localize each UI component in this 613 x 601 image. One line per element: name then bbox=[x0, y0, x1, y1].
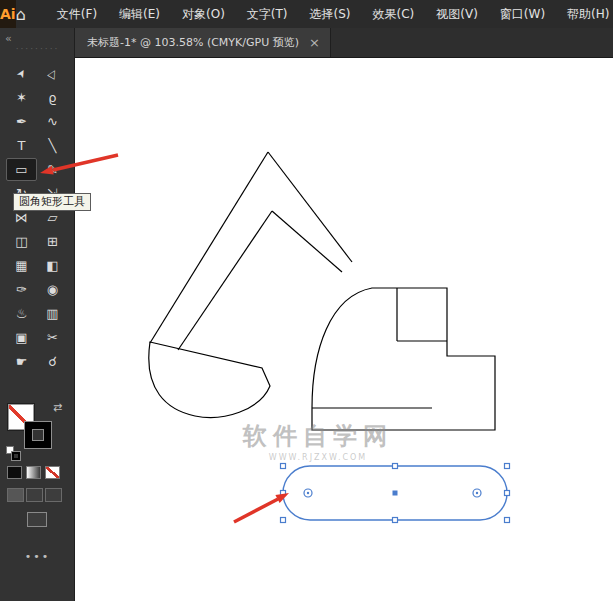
menu-help[interactable]: 帮助(H) bbox=[556, 0, 613, 28]
bucket-shape[interactable] bbox=[149, 342, 270, 418]
pen-icon: ✒ bbox=[16, 114, 27, 129]
tab-close-icon[interactable]: × bbox=[309, 35, 320, 50]
column-graph-tool[interactable]: ▥ bbox=[37, 302, 68, 325]
direct-selection-tool[interactable]: ▷ bbox=[37, 62, 68, 85]
rectangle-icon: ▭ bbox=[15, 162, 27, 177]
boom-outer-left[interactable] bbox=[150, 152, 268, 343]
tab-title: 未标题-1* @ 103.58% (CMYK/GPU 预览) bbox=[87, 35, 299, 50]
free-transform-icon: ▱ bbox=[48, 210, 58, 225]
selection-tool[interactable]: ➤ bbox=[6, 62, 37, 85]
default-fill-stroke-icon[interactable] bbox=[6, 446, 24, 462]
pencil-icon: ✎ bbox=[47, 162, 58, 177]
document-tab-bar: 未标题-1* @ 103.58% (CMYK/GPU 预览) × bbox=[75, 28, 613, 58]
zoom-tool[interactable]: ☌ bbox=[37, 350, 68, 373]
menu-edit[interactable]: 编辑(E) bbox=[108, 0, 171, 28]
screen-mode-button[interactable] bbox=[27, 512, 47, 527]
menu-view[interactable]: 视图(V) bbox=[425, 0, 489, 28]
mesh-icon: ▦ bbox=[15, 258, 27, 273]
artboard-tool[interactable]: ▣ bbox=[6, 326, 37, 349]
hand-icon: ☛ bbox=[16, 354, 28, 369]
selected-rounded-rectangle-group[interactable] bbox=[281, 464, 510, 523]
drawing-mode-buttons bbox=[7, 488, 62, 502]
handle-top-left[interactable] bbox=[281, 464, 286, 469]
cab-window-lines[interactable] bbox=[397, 288, 447, 341]
color-type-buttons bbox=[7, 466, 60, 479]
magic-wand-icon: ✶ bbox=[16, 90, 27, 105]
excavator-drawing[interactable] bbox=[149, 152, 495, 430]
pen-tool[interactable]: ✒ bbox=[6, 110, 37, 133]
blend-icon: ◉ bbox=[47, 282, 58, 297]
menu-select[interactable]: 选择(S) bbox=[299, 0, 362, 28]
slice-tool[interactable]: ✂ bbox=[37, 326, 68, 349]
draw-inside-button[interactable] bbox=[45, 488, 62, 502]
color-button[interactable] bbox=[7, 466, 22, 479]
center-point-marker[interactable] bbox=[393, 491, 398, 496]
gradient-tool[interactable]: ◧ bbox=[37, 254, 68, 277]
home-icon[interactable]: ⌂ bbox=[16, 5, 26, 24]
handle-middle-right[interactable] bbox=[505, 491, 510, 496]
handle-top-center[interactable] bbox=[393, 464, 398, 469]
perspective-grid-icon: ⊞ bbox=[47, 234, 58, 249]
shape-builder-tool[interactable]: ◫ bbox=[6, 230, 37, 253]
panel-grip-dots[interactable]: ········· bbox=[0, 44, 75, 54]
gradient-icon: ◧ bbox=[46, 258, 58, 273]
boom-inner-left[interactable] bbox=[178, 211, 272, 350]
gradient-button[interactable] bbox=[26, 466, 41, 479]
selection-tool-icon: ➤ bbox=[14, 66, 30, 80]
column-graph-icon: ▥ bbox=[46, 306, 58, 321]
boom-inner-right[interactable] bbox=[272, 211, 342, 272]
default-stroke-icon bbox=[12, 452, 20, 460]
boom-outer-right[interactable] bbox=[268, 152, 352, 262]
illustrator-window: Ai ⌂ 文件(F) 编辑(E) 对象(O) 文字(T) 选择(S) 效果(C)… bbox=[0, 0, 613, 601]
tool-grid: ➤ ▷ ✶ ϱ ✒ ∿ T ╲ ▭ ✎ ↻ ⇲ ⋈ ▱ ◫ ⊞ ▦ ◧ ✑ ◉ … bbox=[6, 62, 69, 373]
artboard-canvas[interactable] bbox=[75, 58, 613, 601]
symbol-sprayer-tool[interactable]: ♨ bbox=[6, 302, 37, 325]
swap-fill-stroke-icon[interactable]: ⇄ bbox=[53, 401, 62, 414]
artboard-icon: ▣ bbox=[15, 330, 27, 345]
draw-normal-button[interactable] bbox=[7, 488, 24, 502]
menu-effect[interactable]: 效果(C) bbox=[362, 0, 426, 28]
tooltip-rounded-rectangle-tool: 圆角矩形工具 bbox=[13, 193, 91, 211]
document-tab[interactable]: 未标题-1* @ 103.58% (CMYK/GPU 预览) × bbox=[75, 28, 331, 57]
symbol-sprayer-icon: ♨ bbox=[16, 306, 28, 321]
perspective-grid-tool[interactable]: ⊞ bbox=[37, 230, 68, 253]
eyedropper-tool[interactable]: ✑ bbox=[6, 278, 37, 301]
menu-type[interactable]: 文字(T) bbox=[236, 0, 299, 28]
none-button[interactable] bbox=[45, 466, 60, 479]
tools-panel: « ········· ➤ ▷ ✶ ϱ ✒ ∿ T ╲ ▭ ✎ ↻ ⇲ ⋈ ▱ … bbox=[0, 28, 75, 601]
curvature-tool[interactable]: ∿ bbox=[37, 110, 68, 133]
blend-tool[interactable]: ◉ bbox=[37, 278, 68, 301]
width-icon: ⋈ bbox=[15, 210, 28, 225]
handle-top-right[interactable] bbox=[505, 464, 510, 469]
mesh-tool[interactable]: ▦ bbox=[6, 254, 37, 277]
eyedropper-icon: ✑ bbox=[16, 282, 27, 297]
curvature-icon: ∿ bbox=[47, 114, 58, 129]
slice-icon: ✂ bbox=[47, 330, 58, 345]
lasso-icon: ϱ bbox=[48, 90, 56, 105]
menu-bar: Ai ⌂ 文件(F) 编辑(E) 对象(O) 文字(T) 选择(S) 效果(C)… bbox=[0, 0, 613, 28]
menu-file[interactable]: 文件(F) bbox=[46, 0, 108, 28]
handle-bottom-left[interactable] bbox=[281, 518, 286, 523]
menu-window[interactable]: 窗口(W) bbox=[489, 0, 556, 28]
lasso-tool[interactable]: ϱ bbox=[37, 86, 68, 109]
cab-body-shape[interactable] bbox=[312, 288, 495, 430]
handle-bottom-right[interactable] bbox=[505, 518, 510, 523]
type-icon: T bbox=[18, 138, 26, 153]
zoom-icon: ☌ bbox=[48, 354, 57, 369]
handle-middle-left[interactable] bbox=[281, 491, 286, 496]
handle-bottom-center[interactable] bbox=[393, 518, 398, 523]
hand-tool[interactable]: ☛ bbox=[6, 350, 37, 373]
line-segment-icon: ╲ bbox=[49, 138, 57, 153]
pencil-tool[interactable]: ✎ bbox=[37, 158, 68, 181]
app-logo[interactable]: Ai bbox=[0, 0, 16, 28]
menu-object[interactable]: 对象(O) bbox=[171, 0, 236, 28]
type-tool[interactable]: T bbox=[6, 134, 37, 157]
rectangle-tool[interactable]: ▭ bbox=[6, 158, 37, 181]
magic-wand-tool[interactable]: ✶ bbox=[6, 86, 37, 109]
edit-toolbar-icon[interactable]: ••• bbox=[0, 550, 75, 563]
stroke-color-swatch[interactable] bbox=[25, 422, 51, 448]
direct-selection-tool-icon: ▷ bbox=[45, 67, 60, 81]
line-segment-tool[interactable]: ╲ bbox=[37, 134, 68, 157]
draw-behind-button[interactable] bbox=[26, 488, 43, 502]
shape-builder-icon: ◫ bbox=[15, 234, 27, 249]
